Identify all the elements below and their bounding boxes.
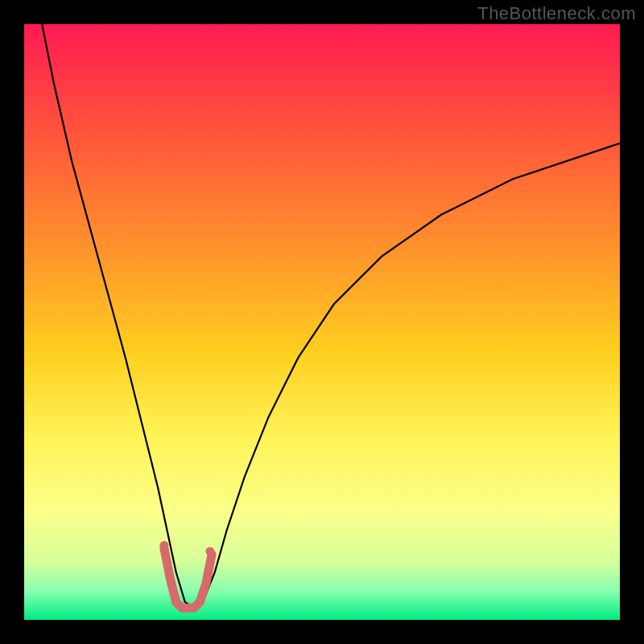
bottleneck-chart	[24, 24, 620, 620]
highlight-point	[159, 541, 168, 550]
watermark-text: TheBottleneck.com	[477, 3, 636, 24]
highlight-point	[205, 547, 214, 555]
chart-frame: TheBottleneck.com	[0, 0, 644, 644]
